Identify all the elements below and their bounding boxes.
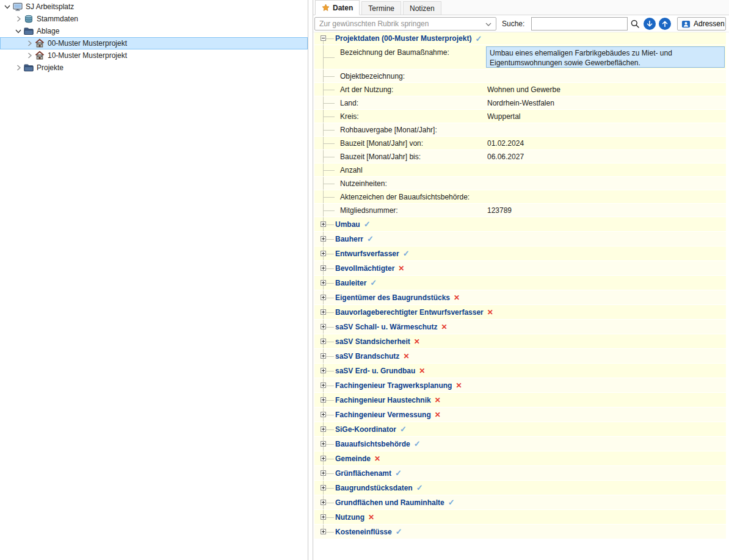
tree-line [326, 371, 334, 372]
section-nutzung[interactable]: Nutzung✕ [314, 510, 726, 525]
section-fachingenieur-tragwerksplanung[interactable]: Fachingenieur Tragwerksplanung✕ [314, 378, 726, 393]
expand-icon[interactable] [321, 339, 326, 344]
section-sasv-brandschutz[interactable]: saSV Brandschutz✕ [314, 349, 726, 364]
section-bauvorlageberechtigter-entwurfsverfasser[interactable]: Bauvorlageberechtigter Entwurfsverfasser… [314, 305, 726, 320]
star-icon [322, 4, 330, 12]
tab-daten[interactable]: Daten [315, 0, 360, 15]
tree-line [324, 103, 335, 104]
adressen-button[interactable]: Adressen [677, 17, 726, 31]
field-label: Nutzeinheiten: [340, 177, 387, 190]
section-title: saSV Erd- u. Grundbau✕ [335, 364, 425, 378]
collapse-icon[interactable] [321, 35, 326, 41]
tree-item-10-muster-musterprojekt[interactable]: 10-Muster Musterprojekt [0, 49, 308, 62]
tree-line [324, 76, 335, 77]
field-value[interactable]: 123789 [487, 204, 725, 217]
expand-icon[interactable] [321, 280, 326, 285]
expand-icon[interactable] [321, 412, 326, 417]
tree-line [324, 117, 335, 117]
section-grundflächen-und-rauminhalte[interactable]: Grundflächen und Rauminhalte✓ [314, 495, 726, 510]
expand-icon[interactable] [321, 353, 326, 359]
expand-icon[interactable] [321, 236, 326, 242]
section-title: Gemeinde✕ [335, 451, 380, 465]
field-label: Kreis: [340, 110, 359, 123]
section-eigentümer-des-baugrundstücks[interactable]: Eigentümer des Baugrundstücks✕ [314, 290, 726, 305]
section-fachingenieur-vermessung[interactable]: Fachingenieur Vermessung✕ [314, 407, 726, 422]
field-value[interactable]: Wuppertal [487, 110, 725, 123]
tree-line [326, 356, 334, 357]
expand-icon[interactable] [321, 470, 326, 476]
section-entwurfsverfasser[interactable]: Entwurfsverfasser✓ [314, 246, 726, 261]
section-baugrundstücksdaten[interactable]: Baugrundstücksdaten✓ [314, 481, 726, 495]
field-row-objektbezeichnung: Objektbezeichnung: [314, 70, 726, 83]
expand-icon[interactable] [321, 397, 326, 403]
tree-line [326, 532, 334, 533]
tree-item-ablage[interactable]: Ablage [0, 25, 308, 37]
field-value[interactable]: 06.06.2027 [487, 150, 725, 163]
tree-line [326, 254, 334, 254]
expand-icon[interactable] [321, 309, 326, 315]
section-umbau[interactable]: Umbau✓ [314, 217, 726, 232]
expand-icon[interactable] [321, 368, 326, 373]
expand-icon[interactable] [321, 456, 326, 461]
status-check-icon: ✓ [364, 220, 371, 228]
section-fachingenieur-haustechnik[interactable]: Fachingenieur Haustechnik✕ [314, 393, 726, 407]
tree-item-00-muster-musterprojekt[interactable]: 00-Muster Musterprojekt [0, 37, 308, 49]
expand-icon[interactable] [321, 514, 326, 520]
tree-item-sj-arbeitsplatz[interactable]: SJ Arbeitsplatz [0, 1, 308, 13]
expand-icon[interactable] [321, 382, 326, 388]
section-sasv-schall-u-wärmeschutz[interactable]: saSV Schall- u. Wärmeschutz✕ [314, 320, 726, 334]
tree-item-stammdaten[interactable]: Stammdaten [0, 13, 308, 25]
expand-icon[interactable] [321, 265, 326, 271]
field-row-land: Land:Nordrhein-Westfalen [314, 96, 726, 110]
search-input[interactable] [531, 17, 628, 31]
tab-termine[interactable]: Termine [361, 1, 401, 15]
expand-icon[interactable] [321, 441, 326, 447]
chevron-right-icon[interactable] [24, 51, 34, 60]
section-sige-koordinator[interactable]: SiGe-Koordinator✓ [314, 422, 726, 437]
field-value[interactable]: Wohnen und Gewerbe [487, 83, 725, 96]
status-check-icon: ✓ [400, 425, 407, 433]
section-bauleiter[interactable]: Bauleiter✓ [314, 276, 726, 290]
chevron-right-icon[interactable] [13, 14, 23, 24]
section-bevollmächtigter[interactable]: Bevollmächtigter✕ [314, 261, 726, 276]
tab-notizen[interactable]: Notizen [403, 1, 441, 15]
section-gemeinde[interactable]: Gemeinde✕ [314, 451, 726, 466]
tree-line [326, 312, 334, 313]
tab-label: Daten [333, 4, 353, 12]
status-cross-icon: ✕ [398, 265, 404, 272]
chevron-down-icon[interactable] [13, 26, 23, 36]
section-bauaufsichtsbehörde[interactable]: Bauaufsichtsbehörde✓ [314, 437, 726, 451]
field-value[interactable]: 01.02.2024 [487, 137, 725, 150]
chevron-right-icon[interactable] [13, 63, 23, 73]
section-title: SiGe-Koordinator✓ [335, 422, 407, 436]
search-icon[interactable] [629, 18, 641, 30]
field-value[interactable]: Nordrhein-Westfalen [487, 96, 725, 110]
expand-icon[interactable] [321, 221, 326, 227]
tree-item-projekte[interactable]: Projekte [0, 62, 308, 74]
expand-icon[interactable] [321, 295, 326, 300]
section-sasv-erd-u-grundbau[interactable]: saSV Erd- u. Grundbau✕ [314, 364, 726, 378]
field-value[interactable]: Umbau eines ehemaligen Farbrikgebäudes z… [486, 46, 725, 68]
jump-down-button[interactable] [644, 18, 656, 30]
folder-icon [23, 63, 34, 73]
tree-line [326, 268, 334, 269]
section-header-projektdaten-00-muster-musterprojekt[interactable]: Projektdaten (00-Muster Musterprojekt)✓ [314, 32, 726, 45]
section-grünflächenamt[interactable]: Grünflächenamt✓ [314, 466, 726, 481]
tree-line [326, 488, 334, 489]
chevron-down-icon[interactable] [2, 2, 12, 12]
section-title: Fachingenieur Haustechnik✕ [335, 393, 441, 407]
section-title: Entwurfsverfasser✓ [335, 246, 410, 260]
expand-icon[interactable] [321, 426, 326, 432]
section-kosteneinflüsse[interactable]: Kosteneinflüsse✓ [314, 525, 726, 539]
chevron-right-icon[interactable] [24, 38, 34, 48]
rubrik-dropdown[interactable]: Zur gewünschten Rubrik springen [314, 17, 496, 31]
section-bauherr[interactable]: Bauherr✓ [314, 232, 726, 246]
field-label: Bauzeit [Monat/Jahr] von: [340, 137, 423, 150]
expand-icon[interactable] [321, 485, 326, 490]
expand-icon[interactable] [321, 251, 326, 256]
jump-up-button[interactable] [659, 18, 671, 30]
expand-icon[interactable] [321, 500, 326, 505]
section-sasv-standsicherheit[interactable]: saSV Standsicherheit✕ [314, 334, 726, 349]
expand-icon[interactable] [321, 529, 326, 534]
expand-icon[interactable] [321, 324, 326, 329]
